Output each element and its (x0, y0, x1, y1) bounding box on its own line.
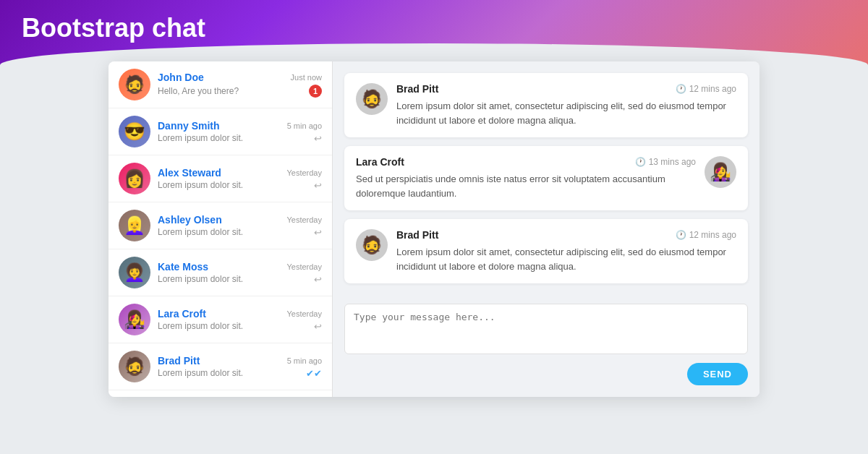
message-text-1: Lorem ipsum dolor sit amet, consectetur … (396, 99, 736, 127)
contact-item-brad-pitt[interactable]: 🧔 Brad Pitt 5 min ago Lorem ipsum dolor … (109, 343, 332, 390)
message-3: 🧔 Brad Pitt 🕐 12 mins ago Lorem ipsum do… (344, 219, 748, 283)
contact-info-alex-steward: Alex Steward Yesterday Lorem ipsum dolor… (158, 167, 322, 191)
avatar-john-doe: 🧔 (119, 69, 150, 100)
contact-preview-john-doe: Hello, Are you there? (158, 86, 309, 96)
contact-preview-brad-pitt: Lorem ipsum dolor sit. (158, 368, 306, 378)
message-1: 🧔 Brad Pitt 🕐 12 mins ago Lorem ipsum do… (344, 73, 748, 137)
contact-item-lara-croft[interactable]: 👩‍🎤 Lara Croft Yesterday Lorem ipsum dol… (109, 296, 332, 343)
contact-time-ashley-olsen: Yesterday (286, 215, 322, 224)
contact-info-ashley-olsen: Ashley Olsen Yesterday Lorem ipsum dolor… (158, 214, 322, 238)
messages-container: 🧔 Brad Pitt 🕐 12 mins ago Lorem ipsum do… (333, 61, 760, 295)
chat-area: 🧔 Brad Pitt 🕐 12 mins ago Lorem ipsum do… (333, 61, 760, 397)
reply-icon-danny-smith: ↩ (314, 133, 322, 144)
input-area: SEND (333, 295, 760, 397)
clock-icon-2: 🕐 (635, 157, 646, 167)
message-sender-2: Lara Croft (356, 156, 404, 168)
avatar-ashley-olsen: 👱‍♀️ (119, 210, 150, 241)
contact-info-kate-moss: Kate Moss Yesterday Lorem ipsum dolor si… (158, 261, 322, 285)
message-text-3: Lorem ipsum dolor sit amet, consectetur … (396, 245, 736, 273)
message-content-2: Lara Croft 🕐 13 mins ago Sed ut perspici… (356, 156, 696, 200)
avatar-kate-moss: 👩‍🦱 (119, 257, 150, 288)
contact-preview-danny-smith: Lorem ipsum dolor sit. (158, 133, 314, 143)
contact-time-lara-croft: Yesterday (286, 309, 322, 318)
contact-preview-ashley-olsen: Lorem ipsum dolor sit. (158, 227, 314, 237)
unread-badge-john-doe: 1 (309, 85, 322, 98)
contact-time-kate-moss: Yesterday (286, 262, 322, 271)
avatar-alex-steward: 👩 (119, 163, 150, 194)
avatar-danny-smith: 😎 (119, 116, 150, 147)
message-2: 👩‍🎤 Lara Croft 🕐 13 mins ago Sed ut pers… (344, 146, 748, 210)
app-title: Bootstrap chat (22, 13, 205, 43)
message-time-3: 🕐 12 mins ago (676, 230, 736, 240)
clock-icon-3: 🕐 (676, 230, 686, 240)
message-avatar-3: 🧔 (356, 229, 388, 261)
message-avatar-2: 👩‍🎤 (705, 156, 736, 188)
message-time-2: 🕐 13 mins ago (635, 157, 696, 167)
contact-info-john-doe: John Doe Just now Hello, Are you there? … (158, 72, 322, 98)
contact-preview-alex-steward: Lorem ipsum dolor sit. (158, 180, 314, 190)
contact-name-danny-smith: Danny Smith (158, 120, 220, 132)
message-sender-1: Brad Pitt (396, 83, 438, 95)
contact-list: 🧔 John Doe Just now Hello, Are you there… (109, 61, 333, 397)
contact-name-kate-moss: Kate Moss (158, 261, 208, 273)
reply-icon-lara-croft: ↩ (314, 321, 322, 332)
message-content-1: Brad Pitt 🕐 12 mins ago Lorem ipsum dolo… (396, 83, 736, 127)
contact-item-ashley-olsen[interactable]: 👱‍♀️ Ashley Olsen Yesterday Lorem ipsum … (109, 202, 332, 249)
avatar-brad-pitt: 🧔 (119, 351, 150, 382)
contact-item-kate-moss[interactable]: 👩‍🦱 Kate Moss Yesterday Lorem ipsum dolo… (109, 249, 332, 296)
reply-icon-ashley-olsen: ↩ (314, 227, 322, 238)
contact-info-lara-croft: Lara Croft Yesterday Lorem ipsum dolor s… (158, 308, 322, 332)
clock-icon-1: 🕐 (676, 84, 686, 94)
contact-time-john-doe: Just now (291, 73, 322, 82)
chat-app: 🧔 John Doe Just now Hello, Are you there… (109, 61, 760, 397)
contact-name-ashley-olsen: Ashley Olsen (158, 214, 222, 226)
send-button[interactable]: SEND (687, 363, 748, 385)
contact-name-john-doe: John Doe (158, 72, 204, 83)
contact-name-alex-steward: Alex Steward (158, 167, 221, 179)
contact-item-danny-smith[interactable]: 😎 Danny Smith 5 min ago Lorem ipsum dolo… (109, 108, 332, 155)
contact-item-john-doe[interactable]: 🧔 John Doe Just now Hello, Are you there… (109, 61, 332, 108)
message-sender-3: Brad Pitt (396, 229, 438, 241)
message-time-1: 🕐 12 mins ago (676, 84, 736, 94)
contact-time-danny-smith: 5 min ago (287, 121, 322, 130)
double-check-icon-brad-pitt: ✔✔ (306, 368, 322, 379)
contact-info-brad-pitt: Brad Pitt 5 min ago Lorem ipsum dolor si… (158, 355, 322, 379)
message-input[interactable] (344, 304, 748, 354)
message-text-2: Sed ut perspiciatis unde omnis iste natu… (356, 172, 696, 200)
contact-name-lara-croft: Lara Croft (158, 308, 206, 320)
contact-time-alex-steward: Yesterday (286, 168, 322, 177)
contact-info-danny-smith: Danny Smith 5 min ago Lorem ipsum dolor … (158, 120, 322, 144)
contact-preview-kate-moss: Lorem ipsum dolor sit. (158, 274, 314, 284)
contact-time-brad-pitt: 5 min ago (287, 356, 322, 365)
contact-preview-lara-croft: Lorem ipsum dolor sit. (158, 321, 314, 331)
contact-name-brad-pitt: Brad Pitt (158, 355, 200, 367)
avatar-lara-croft: 👩‍🎤 (119, 304, 150, 335)
message-content-3: Brad Pitt 🕐 12 mins ago Lorem ipsum dolo… (396, 229, 736, 273)
contact-item-alex-steward[interactable]: 👩 Alex Steward Yesterday Lorem ipsum dol… (109, 155, 332, 202)
message-avatar-1: 🧔 (356, 83, 388, 115)
reply-icon-kate-moss: ↩ (314, 274, 322, 285)
reply-icon-alex-steward: ↩ (314, 180, 322, 191)
